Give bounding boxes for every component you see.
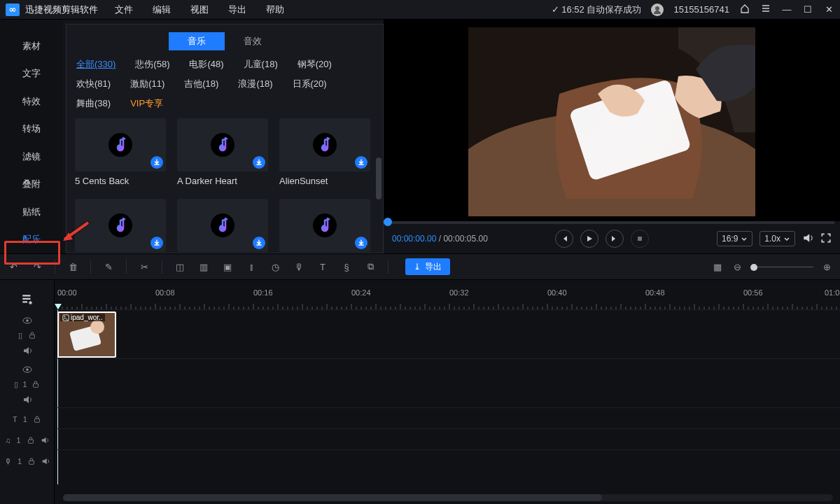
user-id[interactable]: 15155156741 [673,4,729,15]
tool-e[interactable]: ⧉ [364,260,377,273]
redo-button[interactable]: ↷ [31,260,43,273]
category-全部(330)[interactable]: 全部(330) [76,58,115,71]
asset-item[interactable]: A Darker Heart [177,118,268,188]
menu-edit[interactable]: 编辑 [153,4,171,16]
video-track[interactable]: ipad_wor.. [55,309,840,358]
download-icon[interactable] [355,237,368,249]
snapshot-button[interactable]: ▦ [711,260,724,273]
autosave-status: ✓ 16:52 自动保存成功 [552,4,642,16]
text-track-header[interactable]: T1 [0,409,54,430]
home-button[interactable] [739,4,750,15]
category-电影(48)[interactable]: 电影(48) [189,58,223,71]
delete-button[interactable]: 🗑 [66,260,79,273]
voice-track-header[interactable]: 🎙1 [0,451,54,472]
edit-button[interactable]: ✎ [102,260,115,273]
nav-filter[interactable]: 滤镜 [0,143,63,171]
zoom-in-button[interactable]: ⊕ [820,260,833,273]
download-icon[interactable] [150,237,163,249]
asset-item[interactable] [177,199,268,253]
export-button[interactable]: ⤓导出 [405,258,450,275]
mic-button[interactable]: 🎙 [293,260,305,273]
maximize-button[interactable]: ☐ [802,4,813,15]
crop-button[interactable]: ◫ [174,260,186,273]
add-track-button[interactable] [0,288,54,311]
minimize-button[interactable]: — [781,4,792,15]
tool-time[interactable]: ◷ [269,260,281,273]
aspect-ratio-select[interactable]: 16:9 [717,231,752,246]
category-激励(11)[interactable]: 激励(11) [130,78,164,90]
menu-export[interactable]: 导出 [228,4,246,16]
voice-track[interactable] [55,449,840,470]
category-儿童(18)[interactable]: 儿童(18) [244,58,278,71]
audio-track[interactable] [55,428,840,449]
cut-button[interactable]: ✂ [138,260,150,273]
nav-sticker[interactable]: 贴纸 [0,198,63,226]
stop-button[interactable] [631,230,649,248]
timeline-body[interactable]: 00:0000:0800:1600:2400:3200:4000:4800:56… [55,280,840,504]
tool-c[interactable]: ⫿ [245,260,258,273]
nav-overlay[interactable]: 叠附 [0,171,63,199]
video-clip[interactable]: ipad_wor.. [57,312,116,358]
nav-material[interactable]: 素材 [0,32,63,60]
nav-fx[interactable]: 特效 [0,88,63,115]
preview-progress[interactable] [384,221,834,224]
category-舞曲(38)[interactable]: 舞曲(38) [76,97,111,110]
prev-frame-button[interactable] [555,230,573,248]
undo-button[interactable]: ↶ [7,260,20,273]
overlay-track[interactable] [55,358,840,407]
category-吉他(18)[interactable]: 吉他(18) [184,78,218,90]
asset-item[interactable] [279,199,370,253]
menu-burger[interactable] [760,4,771,15]
app-name: 迅捷视频剪辑软件 [25,4,98,16]
tool-b[interactable]: ▣ [221,260,234,273]
play-button[interactable] [580,230,598,248]
overlay-track-header[interactable]: ▯1 [0,360,54,409]
category-欢快(81)[interactable]: 欢快(81) [76,78,111,90]
category-VIP专享[interactable]: VIP专享 [130,97,163,110]
preview-area: 00:00:00.00 / 00:00:05.00 16:9 1.0x [384,20,840,253]
download-icon[interactable] [253,156,265,169]
asset-item[interactable]: 5 Cents Back [75,118,166,188]
asset-item[interactable]: AlienSunset [279,118,370,188]
tool-a[interactable]: ▥ [197,260,210,273]
timeline-scrollbar[interactable] [63,494,833,501]
close-button[interactable]: ✕ [823,4,834,15]
category-list: 全部(330)悲伤(58)电影(48)儿童(18)钢琴(20)欢快(81)激励(… [66,58,383,113]
time-ruler[interactable]: 00:0000:0800:1600:2400:3200:4000:4800:56… [55,288,840,309]
next-frame-button[interactable] [606,230,624,248]
asset-name: AlienSunset [279,176,370,186]
nav-music[interactable]: 配乐 [0,226,63,254]
category-浪漫(18)[interactable]: 浪漫(18) [238,78,272,90]
ruler-label: 01:04 [825,288,840,297]
ruler-label: 00:56 [743,288,763,297]
preview-viewport[interactable] [384,20,840,221]
tool-text[interactable]: T [316,260,329,273]
download-icon[interactable] [253,237,265,249]
tab-music[interactable]: 音乐 [169,32,225,50]
zoom-out-button[interactable]: ⊖ [731,260,743,273]
category-钢琴(20)[interactable]: 钢琴(20) [298,58,332,71]
menu-help[interactable]: 帮助 [266,4,284,16]
nav-transition[interactable]: 转场 [0,115,63,144]
nav-text[interactable]: 文字 [0,60,63,88]
ruler-label: 00:24 [351,288,371,297]
tool-d[interactable]: § [340,260,353,273]
menu-view[interactable]: 视图 [190,4,209,16]
download-icon[interactable] [150,156,163,169]
category-日系(20)[interactable]: 日系(20) [293,78,327,90]
progress-knob[interactable] [384,218,392,226]
zoom-slider[interactable] [750,266,813,267]
fullscreen-button[interactable] [820,232,832,246]
video-track-header[interactable]: ▯ [0,311,54,360]
panel-scrollbar[interactable] [376,158,382,200]
text-track[interactable] [55,407,840,428]
speed-select[interactable]: 1.0x [760,231,795,246]
avatar[interactable] [651,4,664,16]
audio-track-header[interactable]: ♫1 [0,430,54,451]
category-悲伤(58)[interactable]: 悲伤(58) [135,58,169,71]
menu-file[interactable]: 文件 [115,4,133,16]
volume-button[interactable] [802,232,813,246]
download-icon[interactable] [355,156,368,169]
tab-sfx[interactable]: 音效 [225,32,281,50]
asset-item[interactable] [75,199,166,253]
